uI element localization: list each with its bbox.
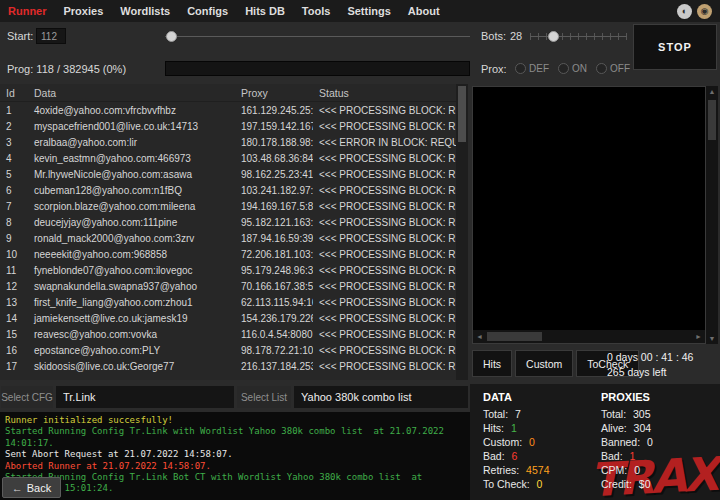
column-header-data[interactable]: Data: [28, 87, 235, 99]
cell-status: <<< PROCESSING BLOCK: REQ: [313, 361, 456, 372]
table-row[interactable]: 13 first_knife_liang@yahoo.com:zhou1 62.…: [0, 294, 456, 310]
table-row[interactable]: 17 skidoosis@live.co.uk:George77 216.137…: [0, 358, 456, 374]
cell-status: <<< PROCESSING BLOCK: REQ: [313, 313, 456, 324]
cell-status: <<< PROCESSING BLOCK: REQ: [313, 345, 456, 356]
table-row[interactable]: 10 neeeekit@yahoo.com:968858 72.206.181.…: [0, 246, 456, 262]
table-row[interactable]: 2 myspacefriend001@live.co.uk:14713 197.…: [0, 118, 456, 134]
scrollbar-thumb[interactable]: [458, 86, 466, 142]
cell-id: 17: [0, 361, 28, 372]
stat-label: CPM:: [601, 464, 627, 476]
cell-id: 8: [0, 217, 28, 228]
scroll-right-icon[interactable]: ►: [695, 333, 702, 340]
scroll-up-icon[interactable]: ▲: [709, 88, 716, 95]
menu-item-settings[interactable]: Settings: [347, 5, 390, 17]
data-stats-title: DATA: [483, 391, 549, 403]
menu-item-wordlists[interactable]: Wordlists: [120, 5, 170, 17]
scroll-left-icon[interactable]: ◄: [476, 333, 483, 340]
stop-button[interactable]: STOP: [633, 24, 717, 70]
table-row[interactable]: 4 kevin_eastmn@yahoo.com:466973 103.48.6…: [0, 150, 456, 166]
table-row[interactable]: 15 reavesc@yahoo.com:vovka 116.0.4.54:80…: [0, 326, 456, 342]
proxies-stats-rows: Total: 305 Alive: 304 Banned: 0 Bad: [601, 407, 653, 491]
table-row[interactable]: 8 deucejyjay@yahoo.com:111pine 95.182.12…: [0, 214, 456, 230]
theme-icon[interactable]: ◐: [677, 4, 692, 19]
bots-slider[interactable]: [530, 30, 627, 43]
wordlist-name-input[interactable]: [294, 386, 468, 408]
cell-id: 3: [0, 137, 28, 148]
stat-label: Hits:: [483, 422, 504, 434]
cell-status: <<< PROCESSING BLOCK: REQ: [313, 297, 456, 308]
menu-item-configs[interactable]: Configs: [187, 5, 228, 17]
cell-proxy: 161.129.245.25:7497: [235, 105, 313, 116]
table-row[interactable]: 12 swapnakundella.swapna937@yahoo 70.166…: [0, 278, 456, 294]
cell-data: swapnakundella.swapna937@yahoo: [28, 281, 235, 292]
stat-label: Custom:: [483, 436, 522, 448]
table-scrollbar[interactable]: [456, 84, 468, 380]
menu-item-hits-db[interactable]: Hits DB: [245, 5, 285, 17]
prox-option-off[interactable]: OFF: [596, 63, 630, 74]
stats-panel: DATA Total: 7 Hits: 1 Custom: 0: [470, 384, 720, 500]
column-header-proxy[interactable]: Proxy: [235, 87, 313, 99]
prox-option-def[interactable]: DEF: [515, 63, 549, 74]
cell-data: reavesc@yahoo.com:vovka: [28, 329, 235, 340]
column-header-status[interactable]: Status: [313, 87, 456, 99]
scroll-down-icon[interactable]: ▼: [709, 335, 716, 342]
start-slider[interactable]: [165, 30, 470, 43]
cell-data: deucejyjay@yahoo.com:111pine: [28, 217, 235, 228]
table-row[interactable]: 5 Mr.lhyweNicole@yahoo.com:asawa 98.162.…: [0, 166, 456, 182]
table-row[interactable]: 9 ronald_mack2000@yahoo.com:3zrv 187.94.…: [0, 230, 456, 246]
cell-data: Mr.lhyweNicole@yahoo.com:asawa: [28, 169, 235, 180]
select-list-button[interactable]: Select List: [237, 386, 291, 408]
back-button[interactable]: ← Back: [2, 477, 61, 498]
prox-option-def-label: DEF: [529, 63, 549, 74]
table-row[interactable]: 16 epostance@yahoo.com:PLY 98.178.72.21:…: [0, 342, 456, 358]
cell-proxy: 98.178.72.21:10919: [235, 345, 313, 356]
stat-row: Retries: 4574: [483, 463, 549, 477]
cell-data: 4oxide@yahoo.com:vfrcbvvfhbz: [28, 105, 235, 116]
menu-item-tools[interactable]: Tools: [302, 5, 331, 17]
table-row[interactable]: 6 cubeman128@yahoo.com:n1fBQ 103.241.182…: [0, 182, 456, 198]
stat-value: $0: [639, 478, 651, 490]
cell-status: <<< PROCESSING BLOCK: REQ: [313, 121, 456, 132]
stat-label: Retries:: [483, 464, 519, 476]
cell-data: jamiekensett@live.co.uk:jamesk19: [28, 313, 235, 324]
cell-proxy: 103.241.182.97:80: [235, 185, 313, 196]
table-row[interactable]: 3 eralbaa@yahoo.com:lir 180.178.188.98:8…: [0, 134, 456, 150]
slider-thumb[interactable]: [548, 31, 559, 42]
table-row[interactable]: 14 jamiekensett@live.co.uk:jamesk19 154.…: [0, 310, 456, 326]
start-input[interactable]: [36, 28, 66, 44]
tab-custom[interactable]: Custom: [515, 350, 573, 377]
prox-option-on[interactable]: ON: [558, 63, 587, 74]
vscrollbar-thumb[interactable]: [708, 100, 716, 140]
select-cfg-button[interactable]: Select CFG: [1, 386, 53, 408]
stat-row: Total: 7: [483, 407, 549, 421]
stat-label: Total:: [601, 408, 626, 420]
table-row[interactable]: 1 4oxide@yahoo.com:vfrcbvvfhbz 161.129.2…: [0, 102, 456, 118]
cell-id: 13: [0, 297, 28, 308]
table-row[interactable]: 7 scorpion.blaze@yahoo.com:mileena 194.1…: [0, 198, 456, 214]
menu-item-runner[interactable]: Runner: [8, 5, 47, 17]
cell-status: <<< PROCESSING BLOCK: REQ: [313, 169, 456, 180]
cell-proxy: 62.113.115.94:16072: [235, 297, 313, 308]
stat-label: Total:: [483, 408, 508, 420]
cell-status: <<< PROCESSING BLOCK: REQ: [313, 153, 456, 164]
cell-proxy: 98.162.25.23:4145: [235, 169, 313, 180]
config-name-input[interactable]: [56, 386, 234, 408]
stat-row: CPM: 0: [601, 463, 653, 477]
table-row[interactable]: 11 fyneblonde07@yahoo.com:ilovegoc 95.17…: [0, 262, 456, 278]
cell-proxy: 194.169.167.5:8080: [235, 201, 313, 212]
info-icon[interactable]: ◉: [697, 4, 712, 19]
cell-data: eralbaa@yahoo.com:lir: [28, 137, 235, 148]
stat-value: 0: [647, 436, 653, 448]
log-line: Aborted Runner at 21.07.2022 14:58:07.: [5, 461, 465, 472]
cell-id: 12: [0, 281, 28, 292]
slider-thumb[interactable]: [166, 31, 177, 42]
column-header-id[interactable]: Id: [0, 87, 28, 99]
menu-item-about[interactable]: About: [408, 5, 440, 17]
stat-row: To Check: 0: [483, 477, 549, 491]
menu-item-proxies[interactable]: Proxies: [64, 5, 104, 17]
tab-hits[interactable]: Hits: [472, 350, 512, 377]
cell-id: 11: [0, 265, 28, 276]
progress-label: Prog: 118 / 382945 (0%): [7, 63, 126, 75]
stat-row: Hits: 1: [483, 421, 549, 435]
hscrollbar-thumb[interactable]: [487, 332, 542, 341]
